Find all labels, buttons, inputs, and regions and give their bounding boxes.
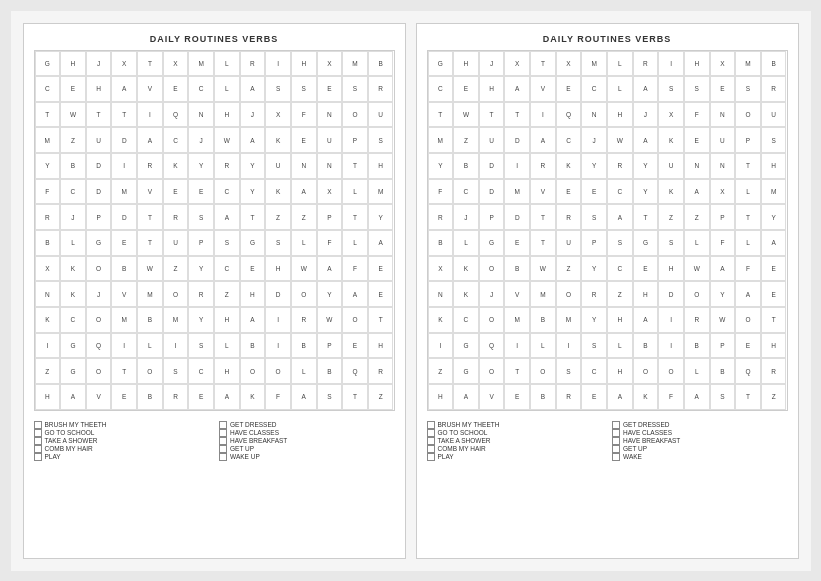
cell-1-5-12: L — [735, 179, 761, 205]
cell-1-4-7: R — [607, 153, 633, 179]
check-item-col1-1-0: BRUSH MY THEETH — [427, 421, 603, 429]
check-label-col1-0-2: TAKE A SHOWER — [45, 437, 98, 444]
cell-0-2-11: N — [317, 102, 343, 128]
cell-0-13-10: A — [291, 384, 317, 410]
checkbox-col2-0-3[interactable] — [219, 445, 227, 453]
check-item-col1-0-0: BRUSH MY THEETH — [34, 421, 210, 429]
checkbox-col2-1-0[interactable] — [612, 421, 620, 429]
cell-0-10-13: T — [368, 307, 394, 333]
cell-1-2-6: N — [581, 102, 607, 128]
cell-0-12-3: T — [111, 358, 137, 384]
checkbox-col1-1-2[interactable] — [427, 437, 435, 445]
cell-1-3-9: K — [658, 127, 684, 153]
cell-1-11-12: E — [735, 333, 761, 359]
cell-1-7-5: U — [556, 230, 582, 256]
cell-1-0-13: B — [761, 51, 787, 77]
panel-title-0: DAILY ROUTINES VERBS — [34, 34, 395, 44]
cell-0-11-1: G — [60, 333, 86, 359]
cell-1-13-4: B — [530, 384, 556, 410]
cell-1-0-0: G — [428, 51, 454, 77]
cell-1-12-10: L — [684, 358, 710, 384]
cell-1-2-5: Q — [556, 102, 582, 128]
cell-0-3-12: P — [342, 127, 368, 153]
cell-1-6-8: T — [633, 204, 659, 230]
check-label-col2-1-4: WAKE — [623, 453, 642, 460]
cell-0-2-4: I — [137, 102, 163, 128]
cell-0-0-11: X — [317, 51, 343, 77]
cell-1-10-8: A — [633, 307, 659, 333]
cell-0-5-4: V — [137, 179, 163, 205]
cell-0-6-3: D — [111, 204, 137, 230]
cell-1-12-1: G — [453, 358, 479, 384]
checkbox-col2-0-2[interactable] — [219, 437, 227, 445]
cell-0-8-2: O — [86, 256, 112, 282]
check-item-col2-1-4: WAKE — [612, 453, 788, 461]
cell-0-6-7: A — [214, 204, 240, 230]
cell-0-10-8: A — [240, 307, 266, 333]
checkbox-col2-1-1[interactable] — [612, 429, 620, 437]
cell-1-3-0: M — [428, 127, 454, 153]
cell-1-6-10: Z — [684, 204, 710, 230]
checkbox-col2-1-3[interactable] — [612, 445, 620, 453]
cell-1-11-4: L — [530, 333, 556, 359]
cell-1-0-9: I — [658, 51, 684, 77]
cell-1-11-8: B — [633, 333, 659, 359]
check-item-col1-0-4: PLAY — [34, 453, 210, 461]
cell-0-1-12: S — [342, 76, 368, 102]
check-item-col2-1-3: GET UP — [612, 445, 788, 453]
cell-1-7-13: A — [761, 230, 787, 256]
cell-0-10-1: C — [60, 307, 86, 333]
check-label-col1-0-3: COMB MY HAIR — [45, 445, 93, 452]
checkbox-col2-1-2[interactable] — [612, 437, 620, 445]
cell-0-8-12: F — [342, 256, 368, 282]
grid-0: GHJXTXMLRIHXMBCEHAVECLASSESRTWTTIQNHJXFN… — [35, 51, 394, 410]
cell-0-12-9: O — [265, 358, 291, 384]
cell-0-6-5: R — [163, 204, 189, 230]
cell-0-7-13: A — [368, 230, 394, 256]
checkbox-col2-0-4[interactable] — [219, 453, 227, 461]
cell-1-12-8: O — [633, 358, 659, 384]
cell-0-13-5: R — [163, 384, 189, 410]
cell-0-10-3: M — [111, 307, 137, 333]
cell-1-0-2: J — [479, 51, 505, 77]
cell-0-5-1: C — [60, 179, 86, 205]
cell-1-1-3: A — [504, 76, 530, 102]
cell-1-6-1: J — [453, 204, 479, 230]
checkbox-col2-0-1[interactable] — [219, 429, 227, 437]
checkbox-col1-1-4[interactable] — [427, 453, 435, 461]
cell-1-10-4: B — [530, 307, 556, 333]
cell-1-8-1: K — [453, 256, 479, 282]
cell-0-12-0: Z — [35, 358, 61, 384]
checkbox-col2-1-4[interactable] — [612, 453, 620, 461]
checkbox-col1-0-1[interactable] — [34, 429, 42, 437]
cell-0-3-9: K — [265, 127, 291, 153]
cell-1-13-0: H — [428, 384, 454, 410]
checkbox-col1-1-0[interactable] — [427, 421, 435, 429]
check-label-col2-0-1: HAVE CLASSES — [230, 429, 279, 436]
checkbox-col1-0-3[interactable] — [34, 445, 42, 453]
cell-0-5-8: Y — [240, 179, 266, 205]
cell-1-13-9: F — [658, 384, 684, 410]
cell-0-4-2: D — [86, 153, 112, 179]
cell-0-13-1: A — [60, 384, 86, 410]
cell-1-12-3: T — [504, 358, 530, 384]
cell-0-11-4: L — [137, 333, 163, 359]
check-label-col1-1-1: GO TO SCHOOL — [438, 429, 488, 436]
cell-1-4-6: Y — [581, 153, 607, 179]
checkbox-col1-0-0[interactable] — [34, 421, 42, 429]
cell-0-10-5: M — [163, 307, 189, 333]
checkbox-col1-1-3[interactable] — [427, 445, 435, 453]
checklist-col2-1: GET DRESSEDHAVE CLASSESHAVE BREAKFASTGET… — [612, 421, 788, 461]
cell-0-9-12: A — [342, 281, 368, 307]
cell-1-1-0: C — [428, 76, 454, 102]
cell-1-4-9: U — [658, 153, 684, 179]
checkbox-col1-0-2[interactable] — [34, 437, 42, 445]
checkbox-col1-0-4[interactable] — [34, 453, 42, 461]
cell-0-10-2: O — [86, 307, 112, 333]
cell-1-12-13: R — [761, 358, 787, 384]
cell-0-5-6: E — [188, 179, 214, 205]
checkbox-col1-1-1[interactable] — [427, 429, 435, 437]
cell-0-5-10: A — [291, 179, 317, 205]
cell-1-3-12: P — [735, 127, 761, 153]
checkbox-col2-0-0[interactable] — [219, 421, 227, 429]
